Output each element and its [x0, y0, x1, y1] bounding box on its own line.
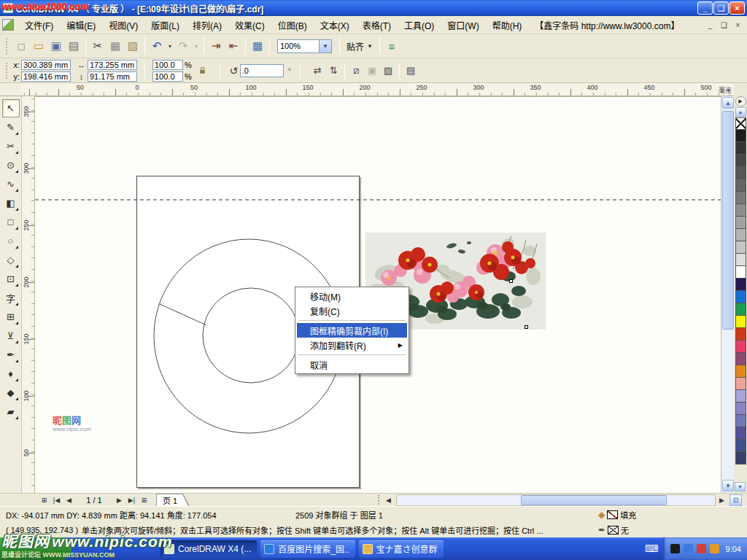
color-swatch-17[interactable]	[735, 328, 746, 341]
menu-item-1[interactable]: 文件(F)	[18, 17, 60, 34]
horizontal-scroll-thumb[interactable]	[521, 495, 667, 505]
task-baidu-browser[interactable]: 百度图片搜索_国..	[260, 540, 355, 558]
zoom-level-input[interactable]	[277, 39, 320, 53]
color-swatch-27[interactable]	[735, 452, 746, 464]
color-swatch-1[interactable]	[735, 130, 746, 142]
outline-color-swatch[interactable]	[608, 526, 619, 534]
save-button[interactable]: ▣	[47, 37, 65, 55]
color-swatch-21[interactable]	[735, 378, 746, 390]
previous-page-button[interactable]: ◀	[63, 494, 75, 505]
paste-button[interactable]: ▧	[124, 37, 142, 55]
color-swatch-3[interactable]	[735, 155, 746, 167]
mirror-vertical-button[interactable]: ⇅	[325, 63, 341, 79]
color-swatch-23[interactable]	[735, 402, 746, 415]
interactive-fill-tool[interactable]: ▰	[2, 402, 20, 421]
pick-tool[interactable]: ↖	[2, 99, 20, 117]
menu-item-4[interactable]: 版面(L)	[144, 17, 186, 34]
scroll-down-icon[interactable]: ▼	[722, 480, 734, 491]
redo-dropdown[interactable]: ▾	[192, 37, 201, 55]
options-button[interactable]: ≡	[383, 37, 400, 55]
color-swatch-8[interactable]	[735, 217, 746, 229]
vertical-ruler[interactable]: 35030025020015010050	[22, 96, 35, 493]
doc-close-button[interactable]: ×	[732, 20, 744, 31]
add-page-after-button[interactable]: ⊞	[138, 494, 150, 505]
color-swatch-10[interactable]	[735, 241, 746, 254]
export-button[interactable]: ⇤	[225, 37, 242, 55]
print-button[interactable]: ▤	[65, 37, 82, 55]
propbar-grip[interactable]	[6, 63, 9, 79]
convert-to-curves-button[interactable]: ▤	[403, 63, 419, 79]
mirror-horizontal-button[interactable]: ⇄	[309, 63, 325, 79]
doc-minimize-button[interactable]: _	[704, 20, 716, 31]
color-swatch-12[interactable]	[735, 266, 746, 279]
start-button[interactable]	[0, 537, 71, 560]
menu-item-3[interactable]: 视图(V)	[102, 17, 144, 34]
freehand-tool[interactable]: ∿	[2, 175, 20, 193]
color-swatch-18[interactable]	[735, 341, 746, 353]
no-fill-swatch[interactable]	[735, 117, 746, 130]
zoom-level-combo[interactable]: ▼	[277, 39, 332, 53]
color-swatch-11[interactable]	[735, 254, 746, 266]
crop-tool[interactable]: ✂	[2, 137, 20, 155]
menu-item-5[interactable]: 排列(A)	[186, 17, 228, 34]
color-swatch-14[interactable]	[735, 291, 746, 303]
selection-handle[interactable]	[509, 279, 513, 283]
context-menu-item-4[interactable]: 图框精确剪裁内部(I)	[297, 323, 407, 338]
hscroll-right-icon[interactable]: ▶	[716, 494, 728, 505]
first-page-button[interactable]: |◀	[50, 494, 63, 505]
ruler-origin-corner[interactable]	[0, 83, 22, 96]
vertical-scroll-thumb[interactable]	[722, 111, 734, 330]
palette-scroll-down-icon[interactable]: ▼	[735, 482, 746, 491]
text-tool[interactable]: 字	[2, 289, 20, 307]
color-swatch-20[interactable]	[735, 365, 746, 378]
context-menu-item-1[interactable]: 移动(M)	[297, 289, 407, 303]
menu-item-12[interactable]: 帮助(H)	[486, 17, 529, 34]
color-swatch-26[interactable]	[735, 440, 746, 452]
color-swatch-5[interactable]	[735, 179, 746, 192]
selection-handle[interactable]	[525, 325, 528, 329]
x-position-input[interactable]	[21, 60, 71, 70]
tray-book-icon[interactable]	[710, 544, 719, 553]
table-tool[interactable]: ⊞	[2, 308, 20, 326]
context-menu-item-2[interactable]: 复制(C)	[297, 303, 407, 318]
ellipse-tool[interactable]: ○	[2, 232, 20, 250]
color-swatch-15[interactable]	[735, 303, 746, 316]
context-menu-item-5[interactable]: 添加到翻转(R)▶	[297, 338, 407, 352]
scroll-up-icon[interactable]: ▲	[722, 97, 734, 109]
language-keyboard-icon[interactable]: ⌨	[640, 543, 663, 554]
color-swatch-24[interactable]	[735, 415, 746, 427]
shape-tool[interactable]: ✎	[2, 118, 20, 136]
ungroup-button[interactable]: ▨	[380, 63, 396, 79]
outline-tool[interactable]: ♦	[2, 365, 20, 383]
color-swatch-22[interactable]	[735, 390, 746, 402]
palette-flyout-icon[interactable]: ▶	[735, 96, 746, 106]
eyedropper-tool[interactable]: ✒	[2, 346, 20, 364]
tray-security-icon[interactable]	[697, 544, 706, 553]
tray-network-icon[interactable]	[684, 544, 693, 553]
context-menu-item-7[interactable]: 取消	[297, 357, 407, 372]
blend-tool[interactable]: ⊻	[2, 327, 20, 345]
vertical-scrollbar[interactable]: ▲ ▼	[721, 96, 734, 493]
smart-fill-tool[interactable]: ◧	[2, 194, 20, 212]
color-swatch-4[interactable]	[735, 167, 746, 179]
redo-button[interactable]: ↷	[174, 37, 192, 55]
menu-item-9[interactable]: 表格(T)	[356, 17, 398, 34]
fill-color-swatch[interactable]	[607, 510, 618, 519]
toolbar-grip[interactable]	[6, 38, 9, 54]
hscroll-left-icon[interactable]: ◀	[382, 494, 395, 505]
add-page-before-button[interactable]: ⊞	[38, 494, 50, 505]
palette-scroll-up-icon[interactable]: ▲	[735, 107, 746, 117]
zoom-dropdown-icon[interactable]: ▼	[320, 39, 332, 53]
page-tab[interactable]: 页 1	[156, 494, 190, 506]
new-document-button[interactable]: □	[12, 37, 30, 55]
fill-tool[interactable]: ◆	[2, 384, 20, 402]
menu-item-8[interactable]: 文本(X)	[314, 17, 356, 34]
object-width-input[interactable]	[88, 60, 137, 70]
next-page-button[interactable]: ▶	[113, 494, 125, 505]
doc-restore-button[interactable]: ❑	[718, 20, 730, 31]
undo-button[interactable]: ↶	[148, 37, 166, 55]
scale-y-input[interactable]	[152, 71, 183, 82]
rotation-angle-input[interactable]	[240, 64, 284, 77]
menu-item-10[interactable]: 工具(O)	[398, 17, 441, 34]
color-swatch-13[interactable]	[735, 279, 746, 291]
